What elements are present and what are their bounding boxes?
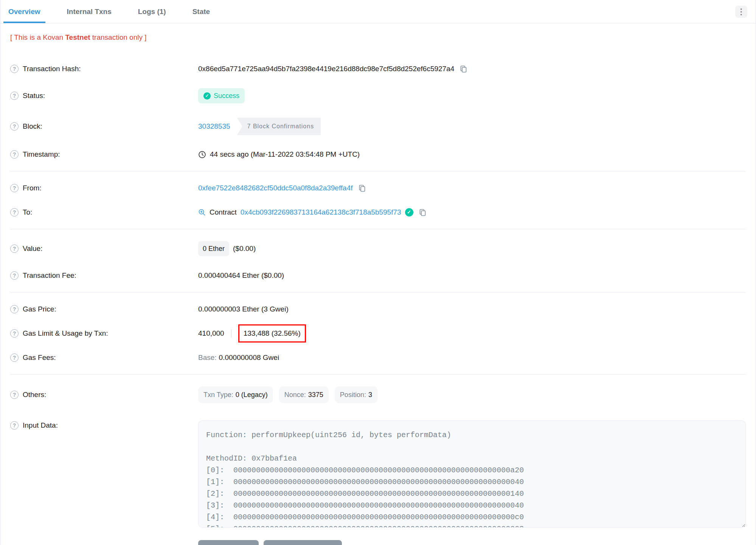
section-divider xyxy=(10,171,746,171)
row-label: ? Value: xyxy=(10,244,198,254)
position-badge: Position: 3 xyxy=(335,386,377,403)
position-key: Position: xyxy=(340,390,366,400)
row-label: ? Gas Price: xyxy=(10,304,198,314)
timestamp-value: 44 secs ago (Mar-11-2022 03:54:48 PM +UT… xyxy=(210,149,360,159)
to-contract-prefix: Contract xyxy=(210,207,237,217)
help-icon[interactable]: ? xyxy=(10,353,19,362)
row-to: ? To: Contract 0x4cb093f226983713164a621… xyxy=(10,200,746,224)
gas-price-value: 0.000000003 Ether (3 Gwei) xyxy=(198,304,289,314)
transaction-fee-value: 0.000400464 Ether ($0.00) xyxy=(198,271,284,280)
help-icon[interactable]: ? xyxy=(10,391,19,399)
notice-prefix: [ This is a Kovan xyxy=(10,33,65,41)
ether-value-badge: 0 Ether xyxy=(198,241,229,256)
row-label: ? Status: xyxy=(10,91,198,101)
txn-type-key: Txn Type: xyxy=(203,390,233,400)
testnet-notice: [ This is a Kovan Testnet transaction on… xyxy=(10,33,746,42)
transaction-overview-card: Overview Internal Txns Logs (1) State ⋮ … xyxy=(0,0,756,545)
notice-suffix: transaction only ] xyxy=(90,33,147,41)
row-label: ? Transaction Hash: xyxy=(10,64,198,74)
clock-icon xyxy=(198,151,206,159)
tab-state[interactable]: State xyxy=(188,0,215,23)
gas-limit-usage-label: Gas Limit & Usage by Txn: xyxy=(23,329,108,338)
section-divider xyxy=(10,374,746,375)
ether-value-usd: ($0.00) xyxy=(233,244,256,254)
row-timestamp: ? Timestamp: 44 secs ago (Mar-11-2022 03… xyxy=(10,142,746,167)
row-label: ? Input Data: xyxy=(10,420,198,430)
kebab-icon: ⋮ xyxy=(737,8,745,16)
block-label: Block: xyxy=(23,121,42,131)
input-data-actions: View Input As Decode Input Data xyxy=(198,540,746,545)
position-value: 3 xyxy=(368,390,372,400)
nonce-badge: Nonce: 3375 xyxy=(279,386,329,403)
row-label: ? Gas Limit & Usage by Txn: xyxy=(10,329,198,338)
row-transaction-hash: ? Transaction Hash: 0x86ed5a771e725aa94d… xyxy=(10,57,746,81)
input-data-label: Input Data: xyxy=(23,420,58,430)
tab-bar: Overview Internal Txns Logs (1) State ⋮ xyxy=(0,0,756,23)
help-icon[interactable]: ? xyxy=(10,92,19,100)
section-divider xyxy=(10,292,746,293)
status-value: Success xyxy=(214,91,239,101)
gas-usage-value: 133,488 (32.56%) xyxy=(244,329,301,338)
tab-internal-txns[interactable]: Internal Txns xyxy=(62,0,116,23)
help-icon[interactable]: ? xyxy=(10,184,19,192)
section-divider xyxy=(10,229,746,229)
transaction-hash-label: Transaction Hash: xyxy=(23,64,81,74)
row-label: ? Transaction Fee: xyxy=(10,271,198,280)
help-icon[interactable]: ? xyxy=(10,421,19,430)
help-icon[interactable]: ? xyxy=(10,305,19,313)
gas-base-label: Base: xyxy=(198,353,217,363)
verified-contract-icon: ✓ xyxy=(405,208,413,216)
help-icon[interactable]: ? xyxy=(10,271,19,280)
input-data-textarea[interactable]: Function: performUpkeep(uint256 id, byte… xyxy=(198,420,746,528)
gas-limit-value: 410,000 xyxy=(198,329,224,338)
decode-input-data-button[interactable]: Decode Input Data xyxy=(264,540,342,545)
copy-from-address-button[interactable] xyxy=(357,184,366,192)
help-icon[interactable]: ? xyxy=(10,65,19,73)
tab-overview[interactable]: Overview xyxy=(3,0,45,23)
block-confirmations-badge: 7 Block Confirmations xyxy=(237,118,321,135)
copy-icon xyxy=(459,65,467,73)
row-input-data: ? Input Data: Function: performUpkeep(ui… xyxy=(10,413,746,535)
copy-to-address-button[interactable] xyxy=(417,209,427,216)
row-others: ? Others: Txn Type: 0 (Legacy) Nonce: 33… xyxy=(10,379,746,410)
help-icon[interactable]: ? xyxy=(10,122,19,131)
gas-base-value: 0.000000008 Gwei xyxy=(219,353,279,363)
from-address-link[interactable]: 0xfee7522e8482682cf50ddc50a0f8da2a39effa… xyxy=(198,183,353,193)
help-icon[interactable]: ? xyxy=(10,329,19,338)
help-icon[interactable]: ? xyxy=(10,150,19,159)
copy-txhash-button[interactable] xyxy=(458,65,467,73)
transaction-fee-label: Transaction Fee: xyxy=(23,271,76,280)
txn-type-value: 0 (Legacy) xyxy=(236,390,268,400)
block-number-link[interactable]: 30328535 xyxy=(198,121,230,131)
row-transaction-fee: ? Transaction Fee: 0.000400464 Ether ($0… xyxy=(10,263,746,288)
txn-type-badge: Txn Type: 0 (Legacy) xyxy=(198,386,273,403)
status-label: Status: xyxy=(23,91,45,101)
to-label: To: xyxy=(23,207,32,217)
row-label: ? Block: xyxy=(10,121,198,131)
status-badge: ✓ Success xyxy=(198,88,245,103)
help-icon[interactable]: ? xyxy=(10,244,19,253)
check-circle-icon: ✓ xyxy=(203,92,211,100)
timestamp-label: Timestamp: xyxy=(23,149,60,159)
row-label: ? To: xyxy=(10,207,198,217)
notice-bold: Testnet xyxy=(65,33,90,41)
tab-logs[interactable]: Logs (1) xyxy=(133,0,171,23)
help-icon[interactable]: ? xyxy=(10,208,19,216)
zoom-in-icon[interactable] xyxy=(198,209,206,216)
copy-icon xyxy=(419,209,427,216)
row-gas-limit-usage: ? Gas Limit & Usage by Txn: 410,000 133,… xyxy=(10,321,746,346)
row-block: ? Block: 30328535 7 Block Confirmations xyxy=(10,111,746,142)
row-status: ? Status: ✓ Success xyxy=(10,81,746,111)
row-value: ? Value: 0 Ether ($0.00) xyxy=(10,234,746,263)
others-label: Others: xyxy=(23,390,46,400)
view-input-as-button[interactable]: View Input As xyxy=(198,540,259,545)
row-label: ? Gas Fees: xyxy=(10,353,198,363)
row-from: ? From: 0xfee7522e8482682cf50ddc50a0f8da… xyxy=(10,176,746,200)
to-address-link[interactable]: 0x4cb093f226983713164a62138c3f718a5b595f… xyxy=(241,207,401,217)
nonce-key: Nonce: xyxy=(284,390,306,400)
value-label: Value: xyxy=(23,244,42,254)
more-options-button[interactable]: ⋮ xyxy=(735,6,747,18)
row-gas-fees: ? Gas Fees: Base: 0.000000008 Gwei xyxy=(10,346,746,370)
gas-fees-label: Gas Fees: xyxy=(23,353,56,363)
row-label: ? Others: xyxy=(10,390,198,400)
